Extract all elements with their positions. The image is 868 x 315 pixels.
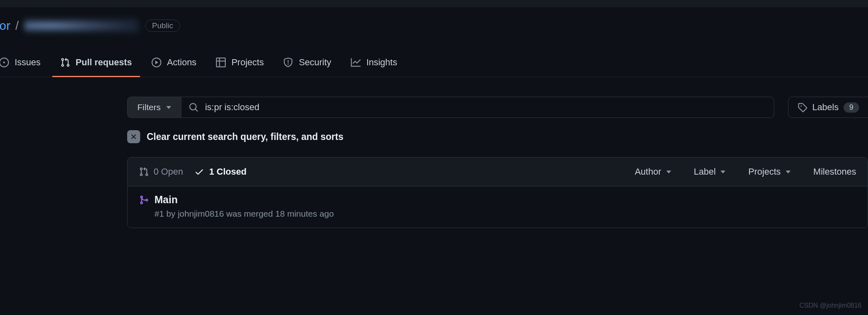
closed-prs-text: 1 Closed	[209, 166, 247, 177]
shield-icon	[283, 58, 293, 67]
pr-title-link[interactable]: Main	[154, 194, 178, 206]
graph-icon	[351, 58, 361, 67]
filters-button[interactable]: Filters	[127, 97, 181, 118]
labels-button-label: Labels	[812, 102, 839, 113]
labels-count-badge: 9	[844, 102, 859, 113]
filter-projects[interactable]: Projects	[748, 166, 790, 177]
tab-issues-label: Issues	[15, 57, 41, 68]
filter-label[interactable]: Label	[694, 166, 726, 177]
chevron-down-icon	[666, 171, 671, 173]
repo-separator: /	[15, 19, 19, 33]
repo-name-link[interactable]	[24, 19, 139, 33]
filter-milestones[interactable]: Milestones	[813, 166, 856, 177]
tab-issues[interactable]: Issues	[0, 51, 51, 77]
closed-prs-link[interactable]: 1 Closed	[194, 166, 247, 177]
tab-actions[interactable]: Actions	[142, 51, 206, 77]
git-merge-icon	[139, 195, 149, 205]
filter-author[interactable]: Author	[635, 166, 671, 177]
filter-author-label: Author	[635, 166, 661, 177]
tab-projects-label: Projects	[231, 57, 264, 68]
repo-header: tor / Public	[0, 7, 868, 38]
tab-pulls-label: Pull requests	[76, 57, 132, 68]
search-icon	[189, 102, 198, 112]
tab-insights-label: Insights	[366, 57, 397, 68]
tab-projects[interactable]: Projects	[206, 51, 273, 77]
table-icon	[216, 58, 226, 67]
global-top-bar	[0, 0, 868, 7]
repo-owner-link[interactable]: tor	[0, 19, 11, 33]
pull-requests-toolbar: 0 Open 1 Closed Author Label Projects	[128, 158, 868, 186]
pr-subtitle: #1 by johnjim0816 was merged 18 minutes …	[154, 209, 856, 219]
clear-search-text: Clear current search query, filters, and…	[147, 131, 344, 142]
git-pull-request-icon	[139, 167, 149, 177]
tab-security[interactable]: Security	[273, 51, 341, 77]
filters-button-label: Filters	[137, 102, 161, 112]
open-prs-link[interactable]: 0 Open	[139, 166, 183, 177]
tab-actions-label: Actions	[167, 57, 196, 68]
repo-visibility-badge: Public	[145, 20, 180, 32]
filter-milestones-label: Milestones	[813, 166, 856, 177]
git-pull-request-icon	[60, 58, 70, 67]
clear-search-link[interactable]: Clear current search query, filters, and…	[127, 130, 868, 143]
tag-icon	[798, 102, 807, 112]
play-circle-icon	[152, 58, 161, 67]
search-input[interactable]	[205, 102, 767, 113]
chevron-down-icon	[166, 106, 171, 109]
repo-nav: Issues Pull requests Actions Projects Se…	[0, 51, 868, 77]
tab-security-label: Security	[299, 57, 331, 68]
pull-requests-list: 0 Open 1 Closed Author Label Projects	[127, 157, 868, 228]
pr-list-item[interactable]: Main #1 by johnjim0816 was merged 18 min…	[128, 186, 868, 228]
chevron-down-icon	[720, 171, 725, 173]
open-prs-text: 0 Open	[154, 166, 183, 177]
tab-pull-requests[interactable]: Pull requests	[51, 51, 142, 77]
issue-opened-icon	[0, 58, 9, 67]
filter-label-label: Label	[694, 166, 716, 177]
search-wrapper	[181, 97, 774, 118]
filter-projects-label: Projects	[748, 166, 780, 177]
tab-insights[interactable]: Insights	[341, 51, 407, 77]
check-icon	[194, 167, 204, 177]
close-icon	[127, 130, 140, 143]
chevron-down-icon	[786, 171, 791, 173]
labels-button[interactable]: Labels 9	[788, 97, 868, 118]
